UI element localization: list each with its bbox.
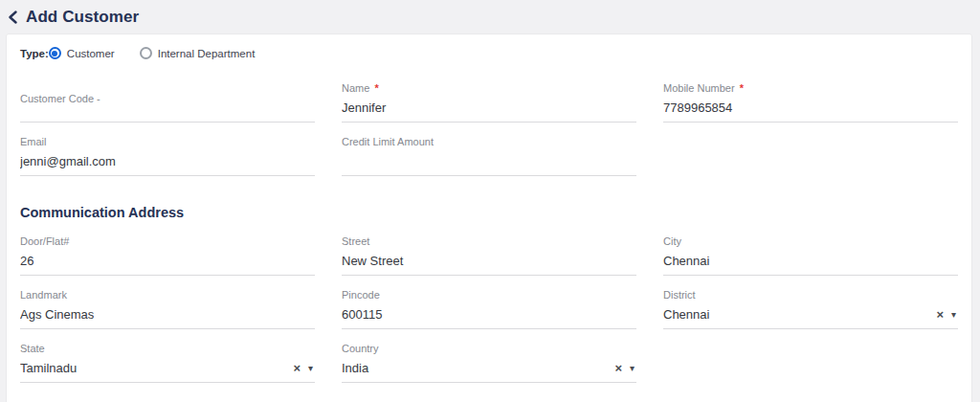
field-state: State × ▾ [20, 342, 315, 383]
chevron-left-icon [7, 11, 20, 24]
dropdown-caret-icon[interactable]: ▾ [306, 364, 315, 377]
door-flat-input[interactable] [20, 251, 315, 276]
radio-selected-icon [49, 47, 61, 59]
radio-customer-label: Customer [67, 48, 115, 59]
empty-cell [663, 123, 958, 176]
district-select[interactable]: × ▾ [663, 304, 958, 329]
street-input[interactable] [342, 251, 636, 276]
field-name: Name * [342, 81, 636, 123]
type-selector: Type: Customer Internal Department [20, 47, 958, 59]
field-city: City [663, 234, 958, 276]
page-title: Add Customer [26, 8, 139, 27]
mobile-number-input[interactable] [663, 98, 958, 123]
back-button[interactable] [4, 8, 23, 27]
district-label: District [663, 288, 958, 302]
state-label: State [20, 342, 315, 355]
address-grid: Door/Flat# Street City Landmark Pincode … [20, 222, 958, 383]
radio-unselected-icon [140, 47, 152, 59]
credit-limit-label: Credit Limit Amount [342, 135, 636, 148]
field-mobile-number: Mobile Number * [663, 81, 958, 123]
pincode-label: Pincode [342, 288, 636, 302]
name-label: Name * [342, 81, 636, 95]
field-email: Email [20, 135, 315, 176]
field-district: District × ▾ [663, 288, 958, 329]
field-street: Street [342, 234, 636, 276]
clear-icon[interactable]: × [930, 308, 949, 324]
field-landmark: Landmark [20, 288, 315, 329]
city-input[interactable] [663, 251, 958, 276]
door-flat-label: Door/Flat# [20, 234, 315, 248]
credit-limit-input[interactable] [342, 151, 636, 176]
mobile-number-label: Mobile Number * [663, 81, 958, 95]
field-credit-limit: Credit Limit Amount [342, 135, 636, 176]
required-asterisk: * [374, 82, 378, 94]
landmark-input[interactable] [20, 304, 315, 329]
basic-details-grid: Customer Code - Name * Mobile Number * E… [20, 69, 958, 176]
add-customer-form-panel: Type: Customer Internal Department Custo… [6, 34, 972, 402]
city-label: City [663, 234, 958, 248]
email-input[interactable] [20, 151, 315, 176]
radio-internal-department-label: Internal Department [158, 48, 256, 59]
country-select-input[interactable] [342, 358, 609, 382]
name-input[interactable] [342, 98, 636, 123]
radio-internal-department[interactable]: Internal Department [140, 47, 256, 59]
email-label: Email [20, 135, 315, 148]
communication-address-heading: Communication Address [20, 205, 958, 220]
state-select-input[interactable] [20, 358, 287, 382]
street-label: Street [342, 234, 636, 248]
field-door-flat: Door/Flat# [20, 234, 315, 276]
country-select[interactable]: × ▾ [342, 358, 636, 383]
field-customer-code: Customer Code - [20, 81, 315, 123]
dropdown-caret-icon[interactable]: ▾ [628, 364, 636, 377]
page-header: Add Customer [0, 0, 980, 32]
field-country: Country × ▾ [342, 342, 636, 383]
clear-icon[interactable]: × [609, 362, 628, 378]
district-select-input[interactable] [663, 304, 930, 328]
clear-icon[interactable]: × [287, 362, 306, 378]
type-label: Type: [20, 48, 49, 59]
pincode-input[interactable] [342, 304, 636, 329]
empty-cell [663, 329, 958, 383]
dropdown-caret-icon[interactable]: ▾ [949, 310, 958, 324]
state-select[interactable]: × ▾ [20, 358, 315, 383]
required-asterisk: * [740, 82, 744, 94]
field-pincode: Pincode [342, 288, 636, 329]
country-label: Country [342, 342, 636, 355]
landmark-label: Landmark [20, 288, 315, 302]
radio-customer[interactable]: Customer [49, 47, 115, 59]
customer-code-label: Customer Code - [20, 92, 315, 105]
